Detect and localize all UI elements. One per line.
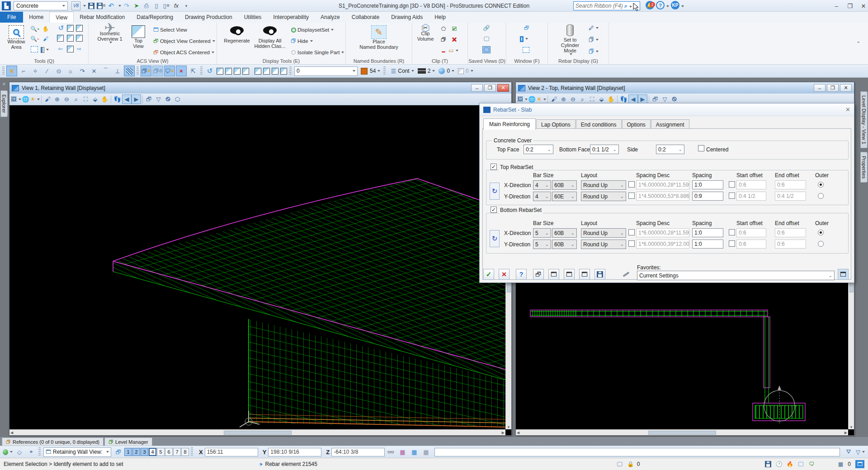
clip-tools-icon[interactable]: 🗇 (439, 36, 448, 43)
active-snap-button[interactable]: ✕ (6, 66, 17, 76)
collapse-ribbon-icon[interactable]: ⌃ (856, 41, 860, 47)
bottom-x-outer-radio[interactable] (818, 230, 824, 235)
tab-drawing-production[interactable]: Drawing Production (179, 12, 238, 23)
view-cube-icon-5[interactable] (76, 35, 83, 42)
snap-status-icon[interactable]: 🖵 (615, 460, 624, 468)
window-area-button[interactable]: Window Area (4, 25, 29, 50)
cube-top-icon[interactable] (225, 68, 232, 75)
bottom-x-start-offset-field[interactable]: 0:6 (736, 228, 766, 237)
regenerate-button[interactable]: Regenerate (222, 26, 251, 43)
snap-keypoint-icon[interactable]: ✧ (30, 66, 41, 76)
snap-midpoint-icon[interactable]: ∕ (42, 66, 52, 76)
bottom-y-offset-checkbox[interactable] (729, 240, 735, 247)
locks-annotation-button[interactable]: 🗇⏱ (152, 66, 163, 76)
bottom-y-end-offset-field[interactable]: 0:6 (775, 240, 806, 249)
marking-tool-button[interactable] (621, 269, 632, 280)
save-icon[interactable] (87, 1, 96, 10)
view-cube-icon-1[interactable] (67, 25, 74, 32)
view-previous-icon[interactable]: ◀ (122, 94, 132, 104)
running-coordinates-icon[interactable]: 👓 (385, 446, 396, 457)
centered-checkbox[interactable] (698, 145, 704, 151)
key-in-field[interactable] (434, 448, 840, 456)
snap-tangent-icon[interactable]: ⌒ (100, 66, 111, 76)
displayset-set-button[interactable]: DisplaysetSet (289, 26, 334, 33)
bottom-sync-button[interactable]: ↻ (490, 230, 500, 247)
create-saved-view-icon[interactable]: 🖵 (482, 46, 491, 53)
selection-set-button[interactable]: ⇱ (188, 66, 198, 76)
update-view-icon[interactable]: 🖌 (42, 35, 50, 42)
accusnap-button[interactable]: ⌖ (26, 446, 37, 457)
y-coordinate-field[interactable]: 198:10 9/16 (268, 448, 321, 456)
tab-collaborate[interactable]: Collaborate (346, 12, 385, 23)
restore-button[interactable]: ❐ (844, 1, 856, 10)
app-icon[interactable]: ▙ (2, 1, 11, 10)
isometric-overview-button[interactable]: ✈ Isometric Overview 1 (93, 25, 127, 43)
bottom-y-spacing-field[interactable]: 1:0 (692, 240, 723, 249)
new-window-icon[interactable]: 🗗 (523, 24, 531, 32)
references-tab[interactable]: 🗇References (0 of 0 unique, 0 displayed) (2, 437, 104, 446)
print-icon[interactable]: ⎙ (142, 1, 151, 10)
accusnap-toggle-button[interactable] (124, 66, 135, 76)
selection-filter-icon[interactable]: ⛛ (843, 446, 854, 457)
view-cube-icon-3[interactable] (57, 35, 64, 42)
cube-front-icon[interactable] (234, 68, 241, 75)
rotate-view-icon[interactable]: ⬙ (90, 94, 100, 104)
bottom-x-size-select[interactable]: 5⌄ (533, 228, 551, 238)
displayset-hex-icon[interactable]: ⬡ (173, 94, 182, 104)
favorites-manager-button[interactable]: 🗖 (838, 269, 849, 280)
view-attributes-icon[interactable]: 🖽 (518, 94, 527, 104)
toolbar-grip[interactable] (383, 66, 386, 75)
zoom-out-icon[interactable]: ⊖ (62, 94, 71, 104)
top-y-spacing-field[interactable]: 0:9 (692, 192, 723, 201)
top-x-spacing-field[interactable]: 1:0 (692, 180, 723, 189)
fit-view-icon[interactable]: ⛶ (587, 94, 597, 104)
tab-analyze[interactable]: Analyze (315, 12, 346, 23)
view2-maximize-button[interactable]: ❐ (827, 84, 839, 92)
zoom-out-icon[interactable]: 🔍− (31, 35, 39, 42)
clip-volume-icon[interactable]: ▽ (154, 94, 163, 104)
pan-icon[interactable]: ✋ (42, 25, 50, 33)
fit-view-icon[interactable]: ⛶ (81, 94, 90, 104)
select-view-button[interactable]: 🗔Select View (152, 26, 187, 33)
toolbar-grip[interactable] (137, 66, 139, 75)
active-level-combo[interactable]: 0 (294, 66, 358, 76)
pan-view-icon[interactable]: ✋ (100, 94, 109, 104)
favorite-apply-button[interactable]: 🗔 (579, 269, 590, 280)
top-x-spacing-desc-field[interactable]: 1*6.000000,28*11.598 (636, 180, 689, 189)
top-y-start-offset-field[interactable]: 0:4 1/2 (736, 192, 766, 201)
top-x-start-offset-field[interactable]: 0:6 (736, 180, 766, 189)
display-style-globe-icon[interactable]: 🌐 (527, 94, 537, 104)
bottom-x-spacing-desc-field[interactable]: 1*6.000000,28*11.598 (636, 228, 689, 237)
clip-apply-icon[interactable]: 🗹 (450, 25, 458, 33)
top-x-end-offset-field[interactable]: 0:6 (775, 180, 806, 189)
snap-intersection-icon[interactable]: ✕ (89, 66, 99, 76)
undo-icon[interactable]: ↶ (107, 1, 116, 10)
top-x-layout-select[interactable]: Round Up⌄ (581, 180, 626, 190)
top-y-spacing-desc-field[interactable]: 1*4.500000,53*8.8867 (636, 192, 689, 201)
bottom-x-end-offset-field[interactable]: 0:6 (775, 228, 806, 237)
snap-mode-button[interactable] (2, 446, 13, 457)
help-dropdown[interactable] (665, 2, 669, 9)
place-named-boundary-button[interactable]: ✎ PlaceNamed Boundary (354, 25, 404, 50)
snap-origin-icon[interactable]: ☼ (65, 66, 76, 76)
locks-axis-button[interactable]: ✕ (176, 66, 187, 76)
view1-maximize-button[interactable]: ❐ (484, 84, 496, 92)
window-arrange-icon[interactable] (523, 47, 529, 53)
view-cube-icon-6[interactable] (67, 46, 74, 52)
rotate-view-icon[interactable]: ⬙ (597, 94, 606, 104)
pan-view-icon[interactable]: ✋ (606, 94, 616, 104)
view2-horizontal-scrollbar[interactable]: ◀▶ (516, 429, 848, 435)
v8-dgn-icon[interactable]: V8 (71, 1, 80, 10)
monitor-icon[interactable]: 🖵 (796, 460, 805, 468)
cube-iso-icon[interactable] (217, 68, 223, 75)
display-style-globe-icon[interactable]: 🌐 (21, 94, 30, 104)
top-x-size-select[interactable]: 4⌄ (533, 180, 551, 190)
toolbar-grip[interactable] (38, 447, 41, 456)
top-y-size-select[interactable]: 4⌄ (533, 192, 551, 201)
view-toggle-3[interactable]: 3 (141, 448, 148, 456)
workflow-combo[interactable]: Concrete (14, 1, 68, 10)
notifications-bell-icon[interactable]: 🔔2 (646, 1, 654, 9)
pushpin-icon[interactable]: ➤ (132, 1, 141, 10)
top-y-desc-checkbox[interactable] (628, 193, 635, 199)
view-toggle-5[interactable]: 5 (157, 448, 165, 456)
